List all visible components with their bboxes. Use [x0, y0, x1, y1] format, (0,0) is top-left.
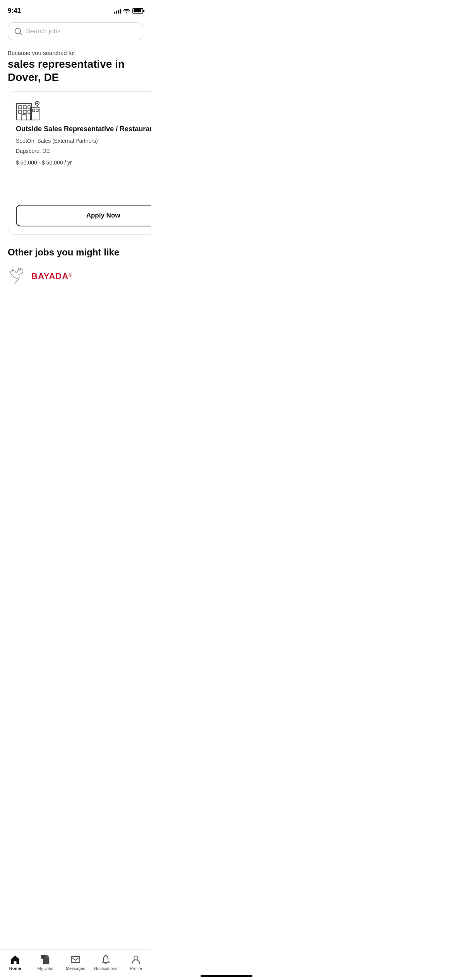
- status-icons: [114, 8, 143, 14]
- battery-icon: [132, 8, 143, 14]
- wifi-icon: [123, 8, 130, 14]
- job-card-main: ... Outside Sales Representative / Resta…: [8, 91, 151, 235]
- search-term-text: sales representative in Dover, DE: [8, 58, 143, 84]
- job-cards-scroll: ... Outside Sales Representative / Resta…: [0, 91, 151, 241]
- other-jobs-title: Other jobs you might like: [8, 247, 143, 258]
- svg-rect-9: [22, 115, 26, 120]
- bayada-logo-row[interactable]: BAYADA®: [8, 266, 143, 295]
- svg-rect-8: [28, 110, 30, 113]
- card-header: ...: [16, 99, 151, 121]
- other-jobs-section: Other jobs you might like: [0, 241, 151, 295]
- search-input-placeholder[interactable]: Search jobs: [26, 27, 61, 35]
- company-building-icon: [16, 99, 41, 121]
- bottom-spacer: [0, 295, 151, 333]
- apply-now-button[interactable]: Apply Now: [16, 205, 151, 226]
- search-container: Search jobs: [0, 19, 151, 46]
- search-icon: [14, 27, 22, 35]
- job-salary: $ 50,000 - $ 50,000 / yr: [16, 159, 151, 166]
- bayada-bird-icon: [8, 266, 29, 287]
- svg-point-15: [36, 103, 38, 104]
- svg-line-1: [20, 33, 22, 35]
- status-time: 9:41: [8, 7, 21, 15]
- bayada-name: BAYADA®: [31, 271, 72, 281]
- job-title: Outside Sales Representative / Restauran…: [16, 125, 151, 134]
- company-name: SpotOn: Sales (External Partners): [16, 138, 151, 144]
- bayada-logo: BAYADA®: [8, 266, 72, 287]
- search-context-section: Because you searched for sales represent…: [0, 46, 151, 91]
- search-bar[interactable]: Search jobs: [8, 22, 143, 40]
- svg-rect-11: [33, 109, 35, 111]
- svg-rect-3: [19, 106, 22, 109]
- svg-rect-12: [36, 109, 38, 111]
- signal-bars-icon: [114, 8, 121, 14]
- because-text: Because you searched for: [8, 50, 143, 56]
- status-bar: 9:41: [0, 0, 151, 19]
- svg-rect-7: [23, 110, 26, 113]
- svg-rect-6: [19, 110, 22, 113]
- card-spacer: [16, 170, 151, 201]
- job-location: Dagsboro, DE: [16, 148, 151, 154]
- svg-rect-5: [28, 106, 30, 109]
- svg-rect-4: [23, 106, 26, 109]
